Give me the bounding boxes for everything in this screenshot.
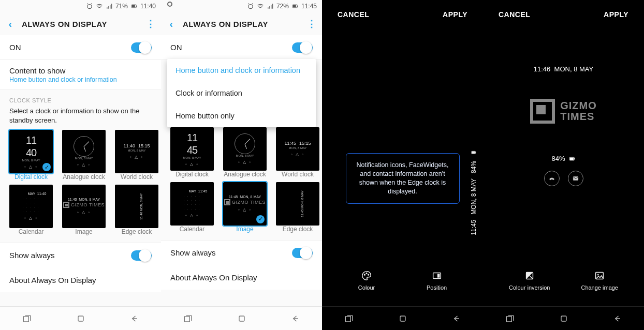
svg-rect-17 (437, 274, 440, 277)
about-label: About Always On Display (9, 276, 96, 284)
clock-style-grid: 1145 MON, 8 MAY ◦ △ ◦ Digital clock MON,… (161, 127, 322, 238)
about-row[interactable]: About Always On Display (161, 265, 322, 290)
nav-bar (483, 306, 644, 330)
thumb-analogue[interactable]: MON, 8 MAY ◦ △ ◦ (62, 130, 106, 173)
content-menu: Home button and clock or information Clo… (167, 59, 316, 127)
thumb-digital[interactable]: 1140 MON, 8 MAY ◦ △ ◦ ✓ (9, 130, 53, 173)
nav-home[interactable] (54, 307, 108, 330)
thumb-world[interactable]: 11:40 15:15 MON, 8 MAY ◦ △ ◦ (115, 130, 158, 173)
svg-rect-26 (561, 316, 566, 321)
thumb-analogue[interactable]: MON, 8 MAY ◦ △ ◦ (223, 127, 267, 171)
edge-options: Colour Position (322, 270, 483, 306)
thumb-world-label: World clock (115, 173, 158, 182)
nav-home[interactable] (537, 307, 591, 330)
preview-battery: 84% (551, 155, 575, 162)
more-button[interactable]: ⋮ (305, 18, 318, 29)
show-always-toggle[interactable] (292, 248, 313, 258)
inversion-label: Colour inversion (509, 284, 550, 291)
show-always-row[interactable]: Show always (0, 243, 161, 267)
wifi-icon (96, 3, 103, 10)
option-inversion[interactable]: Colour inversion (509, 270, 550, 306)
svg-point-0 (87, 5, 92, 9)
svg-point-13 (364, 274, 365, 275)
thumb-digital-label: Digital clock (170, 171, 214, 179)
nav-back[interactable] (268, 307, 322, 330)
thumb-edge[interactable]: 11:45 MON, 8 MAY (276, 182, 319, 226)
thumb-world[interactable]: 11:45 15:15 MON, 8 MAY ◦ △ ◦ (276, 127, 319, 171)
cancel-button[interactable]: CANCEL (499, 10, 530, 19)
nav-back[interactable] (429, 307, 483, 330)
on-toggle[interactable] (292, 42, 313, 53)
thumb-image[interactable]: 11:45 MON, 8 MAY GIZMO TIMES ◦ △ ◦ ✓ (223, 182, 267, 226)
about-row[interactable]: About Always On Display (0, 267, 161, 292)
on-toggle[interactable] (131, 42, 152, 53)
thumb-digital[interactable]: 1145 MON, 8 MAY ◦ △ ◦ (170, 127, 214, 171)
nav-bar (322, 306, 483, 330)
clock-style-label: CLOCK STYLE (0, 90, 161, 107)
nav-recents[interactable] (0, 307, 54, 330)
more-button[interactable]: ⋮ (144, 18, 157, 29)
nav-back[interactable] (590, 307, 644, 330)
apply-button[interactable]: APPLY (604, 10, 628, 19)
nav-recents[interactable] (161, 307, 215, 330)
on-toggle-row[interactable]: ON (0, 35, 161, 60)
svg-rect-9 (239, 316, 244, 321)
menu-opt-home[interactable]: Home button only (167, 104, 316, 127)
show-always-label: Show always (9, 251, 55, 260)
option-change-image[interactable]: Change image (581, 270, 618, 306)
page-title: ALWAYS ON DISPLAY (183, 20, 300, 28)
menu-opt-home-clock[interactable]: Home button and clock or information (167, 59, 316, 82)
preview-date: MON, 8 MAY (554, 65, 594, 73)
image-options: Colour inversion Change image (483, 270, 644, 306)
camera-icon (167, 2, 172, 7)
menu-opt-clock[interactable]: Clock or information (167, 82, 316, 104)
header: ‹ ALWAYS ON DISPLAY ⋮ (0, 12, 161, 35)
panel-image-preview: CANCEL APPLY 11:46 MON, 8 MAY GIZMO TIME… (483, 0, 644, 330)
nav-recents[interactable] (483, 307, 537, 330)
svg-rect-7 (297, 6, 298, 7)
option-colour[interactable]: Colour (358, 270, 375, 306)
status-time: 11:45 (301, 3, 317, 10)
nav-bar (0, 306, 161, 330)
on-toggle-row[interactable]: ON (161, 35, 322, 60)
nav-home[interactable] (215, 307, 269, 330)
svg-rect-11 (476, 152, 476, 153)
panel-aod-settings-2: 72% 11:45 ‹ ALWAYS ON DISPLAY ⋮ ON 1145 … (161, 0, 322, 330)
back-button[interactable]: ‹ (4, 18, 17, 30)
status-bar: 72% 11:45 (161, 0, 322, 12)
nav-back[interactable] (107, 307, 161, 330)
show-always-label: Show always (170, 248, 216, 257)
svg-rect-8 (293, 5, 296, 8)
option-position[interactable]: Position (427, 270, 447, 306)
thumb-calendar[interactable]: MAY 11:45 · · · · ·· · · · ·· · · · ·· ·… (170, 182, 214, 226)
colour-label: Colour (358, 284, 375, 291)
back-button[interactable]: ‹ (165, 18, 178, 30)
show-always-row[interactable]: Show always (161, 240, 322, 265)
apply-button[interactable]: APPLY (443, 10, 467, 19)
nav-recents[interactable] (322, 307, 376, 330)
signal-icon (106, 3, 113, 10)
side-date: MON, 8 MAY (470, 178, 477, 215)
svg-point-14 (366, 273, 367, 274)
thumb-calendar-label: Calendar (9, 228, 53, 236)
logo-icon (530, 99, 555, 124)
cancel-button[interactable]: CANCEL (338, 10, 369, 19)
thumb-analogue-label: Analogue clock (62, 173, 106, 182)
content-to-show-row[interactable]: Content to show Home button and clock or… (0, 60, 161, 90)
about-label: About Always On Display (170, 273, 257, 282)
alarm-icon (86, 3, 93, 10)
thumb-analogue-label: Analogue clock (223, 171, 267, 179)
page-title: ALWAYS ON DISPLAY (22, 20, 139, 28)
edge-clock-side: 11:45 MON, 8 MAY 84% (470, 149, 477, 235)
svg-rect-12 (472, 152, 475, 154)
brand-bot: TIMES (560, 111, 597, 122)
svg-rect-18 (400, 316, 405, 321)
nav-home[interactable] (376, 307, 430, 330)
thumb-edge[interactable]: 11:40 MON, 8 MAY (115, 185, 158, 228)
thumb-image[interactable]: 11:40 MON, 8 MAY GIZMO TIMES ◦ △ ◦ (62, 185, 106, 228)
svg-rect-4 (78, 316, 83, 321)
missed-call-icon (544, 171, 560, 186)
show-always-toggle[interactable] (131, 250, 152, 261)
thumb-calendar[interactable]: MAY 11:40 · · · · ·· · · · ·· · · · ·· ·… (9, 185, 53, 228)
check-icon: ✓ (256, 215, 265, 223)
